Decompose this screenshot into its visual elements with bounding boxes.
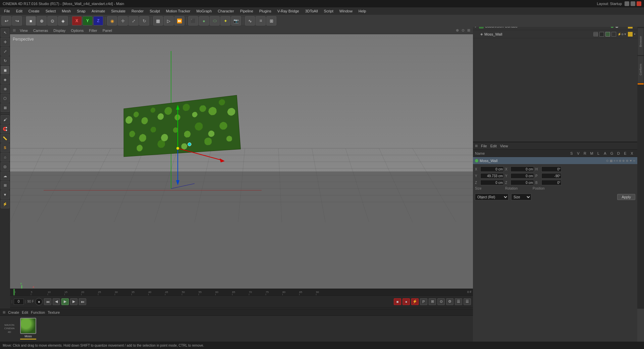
- tool-filter[interactable]: ▼: [1, 190, 9, 199]
- tool-sculpt[interactable]: ⌂: [1, 153, 9, 161]
- tab-conform[interactable]: Conform: [638, 56, 644, 83]
- keyframe-button[interactable]: ●: [35, 298, 43, 305]
- nav-icon-3[interactable]: ⊞: [467, 28, 470, 33]
- rot-h-input[interactable]: [541, 166, 561, 172]
- menu-motion-tracker[interactable]: Motion Tracker: [163, 8, 193, 14]
- apply-button[interactable]: Apply: [617, 194, 635, 200]
- menu-window[interactable]: Window: [337, 8, 355, 14]
- tool-rotate[interactable]: ↻: [1, 56, 9, 65]
- menu-animate[interactable]: Animate: [89, 8, 108, 14]
- anim-options[interactable]: ⚙: [446, 298, 453, 305]
- camera-button[interactable]: 📷: [231, 16, 241, 26]
- tool-paint[interactable]: 🖌: [1, 115, 9, 124]
- redo-button[interactable]: ↪: [12, 16, 22, 26]
- viewport-menu-panel[interactable]: Panel: [101, 28, 113, 33]
- attr-menu-view[interactable]: View: [500, 144, 508, 148]
- size-x-input[interactable]: [511, 166, 534, 172]
- light-button[interactable]: ✦: [220, 16, 230, 26]
- attr-menu-file[interactable]: File: [481, 144, 487, 148]
- menu-create[interactable]: Create: [26, 8, 42, 14]
- menu-render[interactable]: Render: [129, 8, 146, 14]
- viewport-menu-display[interactable]: Display: [52, 28, 67, 33]
- nav-icon-2[interactable]: ⊙: [462, 28, 465, 33]
- tool-s[interactable]: S: [1, 143, 9, 152]
- close-button[interactable]: [637, 1, 641, 6]
- texture-mode-button[interactable]: ⊙: [47, 16, 57, 26]
- attr-mosswall-row[interactable]: Moss_Wall ⊙ ▦ ≡ ≡ ⊕ ⊕ ⊕ ▼ ∞: [473, 157, 637, 164]
- obj-item-mosswall[interactable]: ◈ Moss_Wall ⚡⊕▼ •: [473, 30, 637, 38]
- scale-tool-button[interactable]: ⤢: [128, 16, 139, 26]
- render-output-button[interactable]: ⏩: [174, 16, 184, 26]
- minimize-button[interactable]: [625, 1, 629, 6]
- rot-p-input[interactable]: [541, 173, 561, 179]
- cube-button[interactable]: ⬛: [188, 16, 198, 26]
- size-y-input[interactable]: [511, 173, 534, 179]
- y-axis-button[interactable]: Y: [83, 16, 93, 26]
- object-mode-button[interactable]: ⊕: [37, 16, 47, 26]
- mat-menu-texture[interactable]: Texture: [48, 310, 60, 314]
- menu-select[interactable]: Select: [43, 8, 59, 14]
- tab-browser[interactable]: Browser: [638, 28, 644, 55]
- mat-menu-edit[interactable]: Edit: [22, 310, 28, 314]
- pos-z-input[interactable]: [480, 180, 504, 185]
- nav-icon-1[interactable]: ⊕: [456, 28, 459, 33]
- tool-snap[interactable]: 🧲: [1, 124, 9, 133]
- menu-script[interactable]: Script: [321, 8, 336, 14]
- coord-system-dropdown[interactable]: Object (Rel): [475, 194, 508, 200]
- mat-menu-function[interactable]: Function: [31, 310, 45, 314]
- tool-brush[interactable]: ◎: [1, 162, 9, 171]
- viewport-menu-view[interactable]: View: [18, 28, 29, 33]
- sphere-button[interactable]: ●: [199, 16, 209, 26]
- tool-extra[interactable]: ⚡: [1, 200, 9, 208]
- auto-key-button[interactable]: ⚡: [411, 298, 419, 305]
- tool-grab[interactable]: ☁: [1, 171, 9, 180]
- workplane-button[interactable]: ◈: [58, 16, 68, 26]
- mode-dropdown[interactable]: Size: [511, 194, 531, 200]
- go-end-button[interactable]: ⏭: [79, 298, 86, 305]
- viewport-menu-cameras[interactable]: Cameras: [32, 28, 50, 33]
- pos-y-input[interactable]: [480, 173, 504, 179]
- record-button[interactable]: ●: [402, 298, 410, 305]
- menu-snap[interactable]: Snap: [74, 8, 88, 14]
- z-axis-button[interactable]: Z: [93, 16, 103, 26]
- render-region-button[interactable]: ▦: [153, 16, 163, 26]
- play-button[interactable]: ▶: [61, 298, 69, 305]
- menu-simulate[interactable]: Simulate: [108, 8, 128, 14]
- keyframe-options[interactable]: ⊞: [429, 298, 436, 305]
- tool-mode4[interactable]: ⬡: [1, 94, 9, 103]
- moss-material[interactable]: Moss: [20, 318, 36, 340]
- tl-extra-btn[interactable]: ☰: [464, 298, 471, 305]
- tool-grid[interactable]: ⊞: [1, 181, 9, 190]
- sync-button[interactable]: ⊙: [437, 298, 445, 305]
- spline-button[interactable]: ∿: [245, 16, 255, 26]
- menu-edit[interactable]: Edit: [13, 8, 25, 14]
- rotate-tool-button[interactable]: ↻: [139, 16, 149, 26]
- cylinder-button[interactable]: ⬭: [210, 16, 220, 26]
- render-view-button[interactable]: ▷: [164, 16, 174, 26]
- viewport-menu-filter[interactable]: Filter: [88, 28, 98, 33]
- stop-button[interactable]: ■: [394, 298, 401, 305]
- rot-b-input[interactable]: [541, 180, 561, 185]
- live-selection-button[interactable]: ◉: [107, 16, 117, 26]
- menu-character[interactable]: Character: [215, 8, 236, 14]
- prev-frame-button[interactable]: ◀: [53, 298, 60, 305]
- tool-move[interactable]: ✛: [1, 38, 9, 46]
- maximize-button[interactable]: [631, 1, 635, 6]
- tool-mode1[interactable]: ◼: [1, 66, 9, 74]
- menu-3dtoall[interactable]: 3DToAll: [303, 8, 321, 14]
- tool-mode5[interactable]: ⊠: [1, 103, 9, 112]
- menu-sculpt[interactable]: Sculpt: [147, 8, 163, 14]
- motion-path-button[interactable]: P: [420, 298, 427, 305]
- tl-grid-btn[interactable]: ☰: [455, 298, 462, 305]
- tool-scale[interactable]: ⤢: [1, 47, 9, 56]
- frame-input[interactable]: [14, 299, 24, 305]
- menu-plugins[interactable]: Plugins: [257, 8, 274, 14]
- deformer-button[interactable]: ⊞: [266, 16, 276, 26]
- size-z-input[interactable]: [511, 180, 534, 185]
- next-frame-button[interactable]: ▶: [70, 298, 77, 305]
- pos-x-input[interactable]: [480, 166, 504, 172]
- x-axis-button[interactable]: X: [72, 16, 82, 26]
- go-start-button[interactable]: ⏮: [44, 298, 51, 305]
- tool-mode3[interactable]: ⊕: [1, 85, 9, 93]
- attr-menu-edit[interactable]: Edit: [490, 144, 497, 148]
